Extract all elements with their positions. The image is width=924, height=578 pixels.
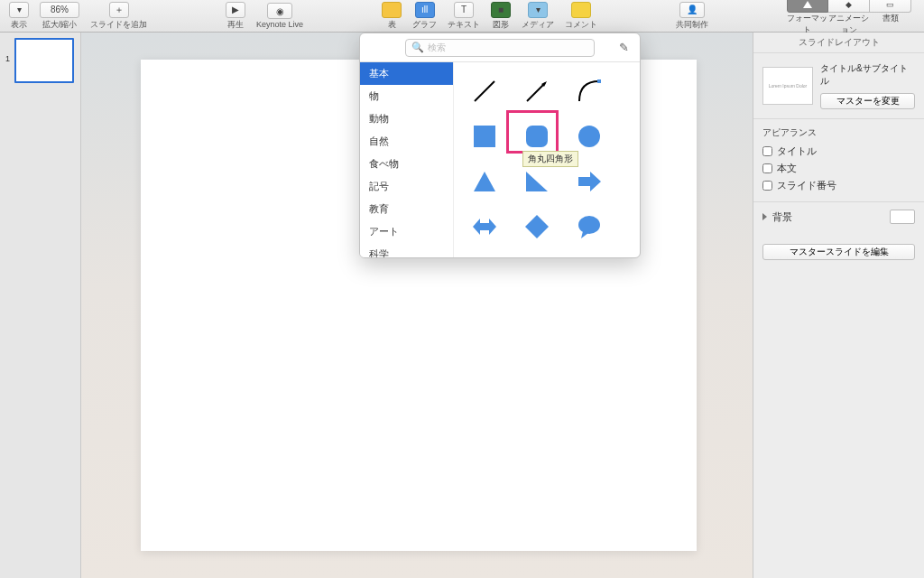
shape-search-input[interactable]: 🔍 検索 — [405, 39, 595, 57]
zoom-button[interactable]: 86% 拡大/縮小 — [34, 0, 85, 33]
keynote-live-label: Keynote Live — [256, 20, 303, 29]
svg-rect-3 — [597, 79, 601, 83]
category-science[interactable]: 科学 — [360, 243, 453, 257]
shape-diamond[interactable] — [517, 207, 557, 247]
shape-empty1 — [622, 71, 640, 111]
master-thumbnail: Lorem Ipsum Dolor — [762, 67, 813, 105]
view-button[interactable]: ▾ 表示 — [4, 0, 34, 33]
collaborate-button[interactable]: 👤共同制作 — [670, 0, 714, 33]
body-checkbox-row[interactable]: 本文 — [753, 160, 924, 177]
shape-star[interactable] — [569, 252, 609, 257]
table-icon — [382, 2, 402, 18]
category-objects[interactable]: 物 — [360, 85, 453, 107]
comment-button[interactable]: コメント — [559, 0, 603, 33]
animate-icon[interactable]: ◆ — [828, 0, 870, 13]
shape-popover: 🔍 検索 ✎ 基本 物 動物 自然 食べ物 記号 教育 アート 科学 人々 場所… — [359, 33, 641, 258]
svg-point-12 — [578, 216, 600, 234]
pen-icon[interactable]: ✎ — [619, 41, 629, 54]
zoom-value: 86% — [40, 2, 79, 18]
svg-rect-5 — [526, 126, 548, 147]
svg-marker-7 — [474, 172, 495, 191]
shape-grid: 角丸四角形 — [454, 62, 640, 257]
shape-square[interactable] — [465, 117, 504, 156]
text-button[interactable]: Tテキスト — [442, 0, 485, 33]
slidenum-checkbox[interactable] — [762, 181, 772, 191]
shape-empty3 — [622, 162, 640, 201]
popover-header: 🔍 検索 ✎ — [360, 33, 640, 62]
body-checkbox[interactable] — [762, 163, 772, 173]
search-icon: 🔍 — [411, 42, 424, 53]
chart-icon: ıll — [415, 2, 435, 18]
category-nature[interactable]: 自然 — [360, 130, 453, 153]
table-button[interactable]: 表 — [376, 0, 407, 33]
shape-triangle[interactable] — [465, 162, 504, 201]
change-master-button[interactable]: マスターを変更 — [820, 93, 915, 109]
play-button[interactable]: ▶ 再生 — [220, 0, 251, 33]
shape-double-arrow[interactable] — [465, 207, 504, 247]
category-symbols[interactable]: 記号 — [360, 175, 453, 198]
media-button[interactable]: ▾メディア — [516, 0, 559, 33]
play-label: 再生 — [227, 19, 244, 31]
shape-right-triangle[interactable] — [517, 162, 557, 201]
slide-thumbnail — [14, 38, 74, 83]
edit-master-button[interactable]: マスタースライドを編集 — [762, 244, 915, 260]
media-icon: ▾ — [528, 2, 548, 18]
shape-curve[interactable] — [569, 71, 609, 111]
comment-icon — [571, 2, 591, 18]
shape-tooltip: 角丸四角形 — [522, 151, 578, 167]
shape-line[interactable] — [465, 71, 504, 111]
toolbar: ▾ 表示 86% 拡大/縮小 ＋ スライドを追加 ▶ 再生 ◉ Keynote … — [0, 0, 924, 33]
slide-thumb-1[interactable]: 1 — [5, 38, 75, 83]
master-section: Lorem Ipsum Dolor タイトル&サブタイトル マスターを変更 — [753, 53, 924, 119]
chart-button[interactable]: ıllグラフ — [407, 0, 442, 33]
background-label: 背景 — [772, 210, 792, 224]
category-animals[interactable]: 動物 — [360, 107, 453, 130]
svg-point-6 — [578, 126, 600, 147]
shape-arrow-line[interactable] — [517, 71, 557, 111]
shape-pentagon[interactable] — [517, 252, 557, 257]
disclosure-icon — [762, 213, 767, 220]
format-icon — [787, 0, 828, 13]
inspector-panel: スライドレイアウト Lorem Ipsum Dolor タイトル&サブタイトル … — [753, 33, 924, 578]
view-icon: ▾ — [9, 2, 29, 18]
svg-marker-9 — [578, 172, 601, 191]
master-name: タイトル&サブタイトル — [820, 62, 915, 88]
shape-rounded-square-2[interactable] — [465, 252, 504, 257]
add-slide-label: スライドを追加 — [90, 19, 147, 31]
background-swatch[interactable] — [890, 210, 915, 224]
slide-navigator: 1 — [0, 33, 81, 578]
shape-empty5 — [622, 252, 640, 257]
text-icon: T — [454, 2, 474, 18]
title-checkbox-row[interactable]: タイトル — [753, 143, 924, 160]
shape-icon: ■ — [491, 2, 511, 18]
shape-button[interactable]: ■図形 — [485, 0, 516, 33]
document-icon[interactable]: ▭ — [870, 0, 911, 13]
category-education[interactable]: 教育 — [360, 198, 453, 220]
category-basic[interactable]: 基本 — [360, 62, 453, 85]
category-art[interactable]: アート — [360, 220, 453, 243]
shape-empty4 — [622, 207, 640, 247]
shape-category-list: 基本 物 動物 自然 食べ物 記号 教育 アート 科学 人々 場所 活動 — [360, 62, 454, 257]
shape-arrow-right[interactable] — [569, 162, 609, 201]
keynote-live-icon: ◉ — [267, 3, 292, 19]
svg-marker-8 — [526, 172, 548, 191]
svg-marker-11 — [525, 215, 549, 238]
view-label: 表示 — [11, 19, 27, 31]
zoom-label: 拡大/縮小 — [42, 19, 78, 31]
appearance-label: アピアランス — [753, 119, 924, 143]
title-checkbox[interactable] — [762, 146, 772, 156]
shape-speech-bubble[interactable] — [569, 207, 609, 247]
svg-line-1 — [527, 83, 545, 101]
play-icon: ▶ — [226, 2, 245, 18]
background-row[interactable]: 背景 — [753, 201, 924, 231]
keynote-live-button[interactable]: ◉ Keynote Live — [251, 1, 309, 31]
collaborate-icon: 👤 — [679, 2, 705, 18]
shape-rounded-square[interactable]: 角丸四角形 — [517, 117, 557, 156]
shape-empty2 — [622, 117, 640, 156]
inspector-title: スライドレイアウト — [753, 33, 924, 53]
slidenum-checkbox-row[interactable]: スライド番号 — [753, 177, 924, 194]
add-slide-button[interactable]: ＋ スライドを追加 — [85, 0, 152, 33]
plus-icon: ＋ — [109, 2, 129, 18]
category-food[interactable]: 食べ物 — [360, 153, 453, 175]
svg-rect-4 — [474, 126, 495, 147]
